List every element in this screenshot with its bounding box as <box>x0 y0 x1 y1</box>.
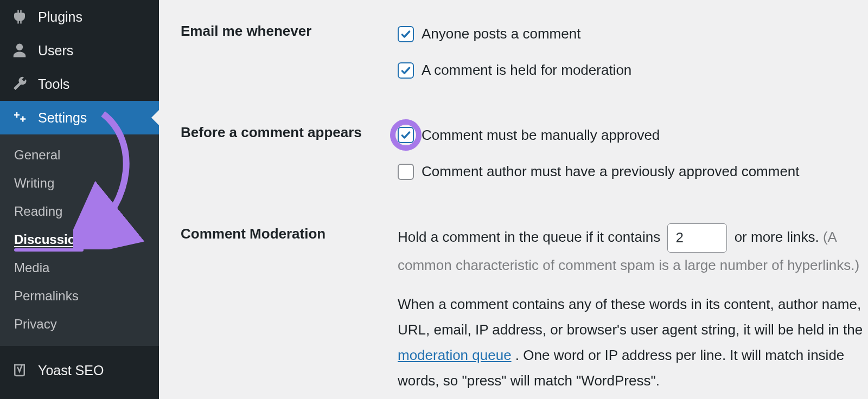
sidebar-item-label: Plugins <box>38 10 82 24</box>
admin-sidebar: Plugins Users Tools Settings General Wri… <box>0 0 159 399</box>
section-heading: Email me whenever <box>181 21 398 40</box>
tools-icon <box>10 76 29 92</box>
settings-discussion-content: Email me whenever Anyone posts a comment… <box>159 0 868 399</box>
moderation-links-sentence: Hold a comment in the queue if it contai… <box>398 223 868 278</box>
submenu-item-reading[interactable]: Reading <box>0 197 159 226</box>
checkbox-label: A comment is held for moderation <box>422 57 631 83</box>
checkbox-label: Anyone posts a comment <box>422 21 580 47</box>
moderation-words-paragraph: When a comment contains any of these wor… <box>398 292 868 393</box>
section-moderation: Comment Moderation Hold a comment in the… <box>159 185 868 399</box>
section-heading: Before a comment appears <box>181 122 398 141</box>
checkbox-icon[interactable] <box>398 62 414 79</box>
checkbox-icon[interactable] <box>398 26 414 42</box>
plugins-icon <box>10 9 29 25</box>
sidebar-item-plugins[interactable]: Plugins <box>0 0 159 34</box>
submenu-item-general[interactable]: General <box>0 141 159 169</box>
submenu-item-discussion[interactable]: Discussion <box>0 226 159 254</box>
submenu-item-media[interactable]: Media <box>0 254 159 282</box>
sidebar-item-label: Yoast SEO <box>38 364 104 377</box>
checkbox-label: Comment must be manually approved <box>422 122 660 149</box>
checkbox-icon[interactable] <box>398 127 414 143</box>
settings-submenu: General Writing Reading Discussion Media… <box>0 134 159 346</box>
checkbox-row-prev-approved[interactable]: Comment author must have a previously ap… <box>398 158 868 185</box>
sidebar-item-tools[interactable]: Tools <box>0 67 159 101</box>
moderation-links-input[interactable] <box>667 223 727 253</box>
section-before: Before a comment appears Comment must be… <box>159 84 868 185</box>
checkbox-row-anyone-posts[interactable]: Anyone posts a comment <box>398 21 868 47</box>
moderation-queue-link[interactable]: moderation queue <box>398 347 512 363</box>
sidebar-item-settings[interactable]: Settings <box>0 101 159 134</box>
yoast-icon <box>10 362 29 378</box>
sidebar-item-label: Users <box>38 44 73 57</box>
checkbox-label: Comment author must have a previously ap… <box>422 158 800 185</box>
submenu-item-writing[interactable]: Writing <box>0 169 159 197</box>
users-icon <box>10 42 29 59</box>
checkbox-row-held-moderation[interactable]: A comment is held for moderation <box>398 57 868 83</box>
sidebar-item-yoast[interactable]: Yoast SEO <box>0 353 159 387</box>
sidebar-item-users[interactable]: Users <box>0 34 159 67</box>
submenu-item-permalinks[interactable]: Permalinks <box>0 282 159 310</box>
submenu-item-privacy[interactable]: Privacy <box>0 310 159 338</box>
section-heading: Comment Moderation <box>181 223 398 242</box>
settings-icon <box>10 110 29 126</box>
sidebar-item-label: Settings <box>38 111 87 125</box>
checkbox-row-manual-approve[interactable]: Comment must be manually approved <box>398 122 868 149</box>
section-email: Email me whenever Anyone posts a comment… <box>159 0 868 84</box>
sidebar-item-label: Tools <box>38 78 69 91</box>
checkbox-icon[interactable] <box>398 164 414 180</box>
